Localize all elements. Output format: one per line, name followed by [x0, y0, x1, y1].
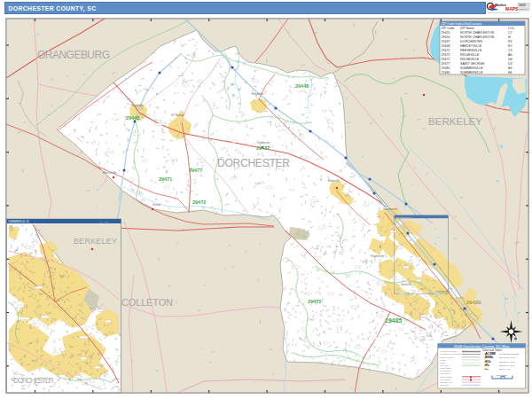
svg-text:H6: H6 [508, 71, 512, 74]
svg-text:SUMMERVILLE: SUMMERVILLE [396, 216, 411, 219]
svg-text:29448: 29448 [295, 83, 309, 89]
svg-text:D3: D3 [508, 62, 512, 66]
svg-text:Ridgeville: Ridgeville [328, 179, 340, 183]
svg-text:29472: 29472 [192, 200, 206, 205]
svg-text:29485: 29485 [442, 66, 450, 70]
svg-text:REEVESVILLE: REEVESVILLE [460, 49, 482, 52]
svg-text:HOb: HOb [485, 360, 491, 364]
svg-text:29472: 29472 [442, 53, 450, 57]
svg-text:Lincolnville: Lincolnville [436, 290, 450, 293]
svg-text:Interstate Fwys w/ Ramps: Interstate Fwys w/ Ramps [441, 353, 462, 355]
svg-text:RIDGEVILLE: RIDGEVILLE [460, 58, 480, 61]
svg-text:Water Bodies: Water Bodies [441, 370, 451, 372]
svg-text:29477: 29477 [189, 168, 202, 173]
svg-text:Harleyville: Harleyville [131, 104, 144, 107]
svg-text:Interstate Hwy: Interstate Hwy [441, 381, 453, 383]
svg-text:HTa: HTa [485, 364, 489, 367]
svg-text:Knightsville: Knightsville [371, 254, 385, 258]
svg-text:29437: 29437 [256, 145, 270, 151]
svg-text:Interstate Freeways: Interstate Freeways [441, 350, 457, 352]
svg-text:BERKELEY: BERKELEY [428, 116, 482, 127]
svg-text:B6: B6 [508, 66, 512, 70]
svg-text:29485: 29485 [385, 317, 403, 324]
svg-text:Misc Bdrys: Misc Bdrys [441, 372, 450, 374]
svg-text:F3: F3 [508, 40, 512, 43]
svg-text:US Highway: US Highway [441, 379, 451, 380]
svg-text:ZIP Name: ZIP Name [460, 27, 474, 30]
svg-text:29472: 29472 [442, 58, 450, 61]
svg-text:SAINT GEORGE: SAINT GEORGE [460, 62, 485, 66]
svg-text:2008 Dorchester County, SC Map: 2008 Dorchester County, SC Map [454, 344, 510, 348]
svg-text:BERKELEY: BERKELEY [74, 237, 117, 246]
svg-text:St. George: St. George [171, 113, 184, 117]
svg-text:RIDGEVILLE: RIDGEVILLE [460, 53, 480, 57]
svg-text:SUMMERVILLE: SUMMERVILLE [460, 71, 483, 74]
svg-text:29420: 29420 [442, 31, 450, 35]
svg-text:29477: 29477 [442, 62, 450, 66]
svg-text:A6: A6 [508, 53, 512, 57]
svg-text:Rail Road: Rail Road [441, 384, 450, 386]
svg-text:HARLEYVILLE: HARLEYVILLE [460, 44, 482, 48]
svg-text:29472: 29472 [308, 299, 321, 304]
svg-text:G4: G4 [508, 58, 512, 61]
svg-text:29420: 29420 [442, 35, 450, 39]
svg-text:C7: C7 [508, 31, 512, 35]
svg-text:ZIP Code Index/Grid Locator: ZIP Code Index/Grid Locator [442, 22, 482, 26]
svg-text:C3: C3 [508, 49, 512, 52]
svg-text:Reevesville: Reevesville [103, 171, 117, 175]
svg-text:29485: 29485 [442, 71, 450, 74]
svg-text:Trails: Trails [441, 362, 445, 364]
svg-text:LOC: LOC [508, 27, 515, 30]
svg-text:I6: I6 [508, 35, 511, 39]
svg-text:Roads: Roads [441, 359, 446, 361]
svg-text:29471: 29471 [159, 176, 172, 182]
svg-text:DORCHESTER: DORCHESTER [217, 157, 290, 169]
svg-text:Dorchester: Dorchester [257, 141, 270, 145]
svg-text:DORCHESTER: DORCHESTER [13, 376, 54, 385]
svg-text:ZIP Limits: ZIP Limits [441, 364, 449, 366]
svg-text:Other Freeways: Other Freeways [441, 356, 454, 358]
svg-text:Summerville: Summerville [383, 207, 398, 211]
svg-text:Ridgeville: Ridgeville [252, 92, 263, 96]
svg-text:Stallsville: Stallsville [401, 283, 412, 286]
svg-text:State Highway: State Highway [441, 376, 453, 378]
svg-text:COLLETON: COLLETON [121, 297, 173, 308]
svg-text:ORANGEBURG: ORANGEBURG [37, 49, 110, 61]
svg-text:SUMMERVILLE: SUMMERVILLE [460, 66, 483, 70]
svg-text:29420: 29420 [466, 300, 481, 305]
svg-text:29448: 29448 [126, 115, 139, 121]
svg-text:1 in = 2 mi: 1 in = 2 mi [99, 221, 109, 223]
svg-text:DORCHESTER: DORCHESTER [460, 40, 483, 43]
svg-text:SUMMERVILLE, SC: SUMMERVILLE, SC [9, 220, 30, 223]
svg-text:NORTH CHARLESTON: NORTH CHARLESTON [460, 35, 495, 39]
svg-text:ZIP Code: ZIP Code [442, 27, 455, 30]
svg-text:E2: E2 [508, 44, 512, 48]
svg-text:29448: 29448 [442, 44, 450, 48]
svg-text:Scale in Miles: Scale in Miles [497, 374, 508, 376]
svg-text:County Bdrys: County Bdrys [441, 367, 451, 369]
svg-text:NORTH CHARLESTON: NORTH CHARLESTON [460, 31, 495, 35]
svg-text:Grover: Grover [153, 203, 160, 207]
svg-text:29471: 29471 [442, 49, 450, 52]
svg-text:29437: 29437 [442, 40, 450, 43]
